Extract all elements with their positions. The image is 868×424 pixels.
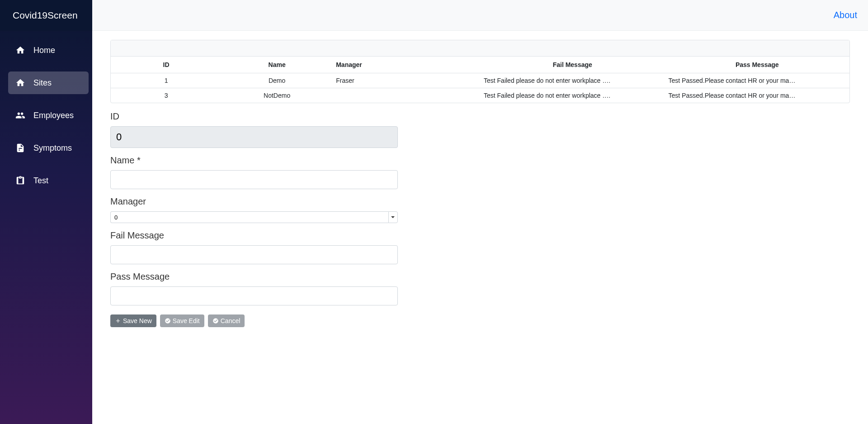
cell-pass-message: Test Passed.Please contact HR or your ma… <box>665 88 849 103</box>
home-icon <box>15 78 25 88</box>
label-pass-message: Pass Message <box>110 272 398 282</box>
sidebar-item-label: Test <box>33 176 48 186</box>
label-name: Name * <box>110 155 398 166</box>
button-label: Save Edit <box>173 317 200 324</box>
table-header-row: ID Name Manager Fail Message Pass Messag… <box>111 57 849 73</box>
form-actions: Save New Save Edit Cancel <box>110 314 850 327</box>
cell-fail-message: Test Failed please do not enter workplac… <box>480 73 665 88</box>
sidebar-item-label: Sites <box>33 78 52 88</box>
cell-name: Demo <box>222 73 332 88</box>
label-id: ID <box>110 111 398 122</box>
col-header-name[interactable]: Name <box>222 57 332 73</box>
sites-table: ID Name Manager Fail Message Pass Messag… <box>110 40 850 103</box>
manager-input[interactable] <box>110 211 388 223</box>
cell-manager: Fraser <box>332 73 480 88</box>
sidebar-item-symptoms[interactable]: Symptoms <box>8 137 89 159</box>
button-label: Save New <box>123 317 152 324</box>
people-icon <box>15 110 25 120</box>
content: ID Name Manager Fail Message Pass Messag… <box>92 31 868 336</box>
cell-pass-message: Test Passed.Please contact HR or your ma… <box>665 73 849 88</box>
home-icon <box>15 45 25 55</box>
sidebar-nav: Home Sites Employees Symptoms <box>0 31 92 192</box>
save-new-button[interactable]: Save New <box>110 314 156 327</box>
brand-text: Covid19Screen <box>13 10 78 21</box>
plus-icon <box>115 318 121 324</box>
about-link[interactable]: About <box>834 10 857 20</box>
col-header-manager[interactable]: Manager <box>332 57 480 73</box>
sidebar-item-home[interactable]: Home <box>8 39 89 62</box>
cell-fail-message: Test Failed please do not enter workplac… <box>480 88 665 103</box>
chevron-down-icon <box>391 216 395 218</box>
sidebar-item-employees[interactable]: Employees <box>8 104 89 127</box>
save-edit-button: Save Edit <box>160 314 204 327</box>
sidebar-item-sites[interactable]: Sites <box>8 71 89 94</box>
table-row[interactable]: 1 Demo Fraser Test Failed please do not … <box>111 73 849 88</box>
pass-message-field[interactable] <box>110 286 398 305</box>
check-circle-icon <box>165 318 171 324</box>
label-fail-message: Fail Message <box>110 230 398 241</box>
clipboard-icon <box>15 176 25 186</box>
check-circle-icon <box>212 318 219 324</box>
sidebar: Covid19Screen Home Sites Employees <box>0 0 92 424</box>
table-header-bar <box>111 40 849 57</box>
name-field[interactable] <box>110 170 398 189</box>
sidebar-item-label: Symptoms <box>33 143 72 153</box>
col-header-fail-message[interactable]: Fail Message <box>480 57 665 73</box>
cell-id: 1 <box>111 73 222 88</box>
manager-dropdown-toggle[interactable] <box>388 211 398 223</box>
cancel-button: Cancel <box>208 314 245 327</box>
brand: Covid19Screen <box>0 0 92 31</box>
table-row[interactable]: 3 NotDemo Test Failed please do not ente… <box>111 88 849 103</box>
topbar: About <box>92 0 868 31</box>
manager-dropdown[interactable] <box>110 211 398 223</box>
col-header-pass-message[interactable]: Pass Message <box>665 57 849 73</box>
fail-message-field[interactable] <box>110 245 398 264</box>
file-icon <box>15 143 25 153</box>
cell-name: NotDemo <box>222 88 332 103</box>
sidebar-item-label: Employees <box>33 111 74 120</box>
cell-id: 3 <box>111 88 222 103</box>
sidebar-item-label: Home <box>33 46 55 55</box>
col-header-id[interactable]: ID <box>111 57 222 73</box>
label-manager: Manager <box>110 196 398 207</box>
cell-manager <box>332 88 480 103</box>
sidebar-item-test[interactable]: Test <box>8 169 89 192</box>
button-label: Cancel <box>221 317 241 324</box>
id-field <box>110 126 398 148</box>
